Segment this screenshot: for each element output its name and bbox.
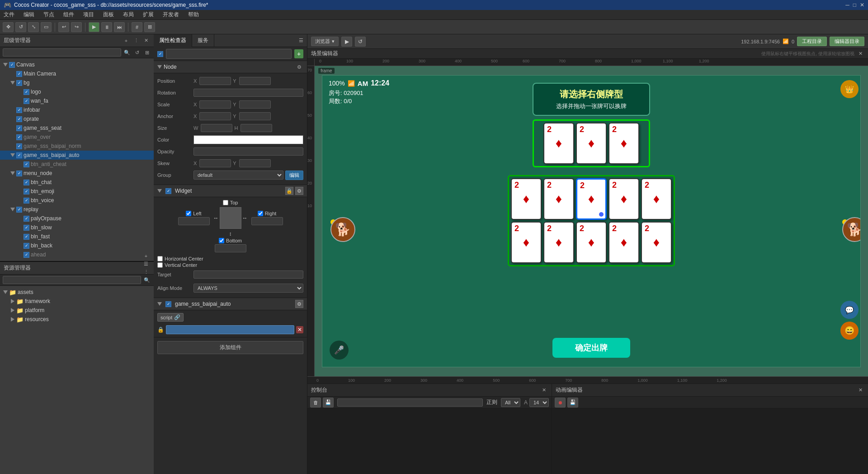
tree-item-bln-slow[interactable]: bln_slow	[0, 223, 154, 232]
btn-voice-checkbox[interactable]	[24, 198, 29, 204]
widget-vert-center-checkbox[interactable]	[157, 262, 163, 268]
game-over-checkbox[interactable]	[16, 134, 22, 140]
tb-snap-btn[interactable]: ⊞	[144, 22, 155, 32]
tb-grid-btn[interactable]: #	[132, 22, 142, 32]
oprate-checkbox[interactable]	[16, 116, 22, 122]
tree-item-bln-back[interactable]: bln_back	[0, 241, 154, 250]
tree-item-game-over[interactable]: game_over	[0, 133, 154, 142]
node-name-input[interactable]: game_sss_baipai_auto	[166, 49, 292, 59]
scale-x-input[interactable]: 1	[199, 100, 231, 109]
asset-item-framework[interactable]: 📁 framework	[0, 297, 154, 306]
widget-horiz-center-checkbox[interactable]	[157, 256, 163, 261]
game-sss-baipai-auto-checkbox[interactable]	[16, 152, 22, 158]
script-tag-link[interactable]: 🔗	[174, 314, 180, 320]
add-component-btn[interactable]: 添加组件	[157, 341, 303, 354]
card-bot-1[interactable]: 2♦	[511, 222, 542, 263]
bg-checkbox[interactable]	[16, 80, 22, 86]
card-top-3[interactable]: 2 ♦	[609, 123, 639, 164]
tb-undo-btn[interactable]: ↩	[58, 22, 69, 32]
widget-left-checkbox[interactable]	[186, 211, 191, 216]
menu-item-面板[interactable]: 面板	[101, 10, 116, 19]
replay-checkbox[interactable]	[16, 207, 22, 213]
widget-vert-center-label[interactable]: Vertical Center	[157, 262, 303, 268]
maximize-btn[interactable]: □	[853, 2, 856, 8]
widget-left-label[interactable]: Left	[186, 211, 201, 216]
game-sss-baipai-norm-checkbox[interactable]	[16, 143, 22, 149]
anchor-y-input[interactable]: 0.5	[239, 112, 271, 120]
group-edit-btn[interactable]: 编辑	[285, 171, 303, 180]
widget-bottom-checkbox[interactable]	[219, 238, 224, 243]
btn-chat-checkbox[interactable]	[24, 180, 29, 185]
asset-list-btn[interactable]: ☰	[142, 260, 150, 268]
tree-item-bg[interactable]: bg	[0, 78, 154, 87]
editor-dir-btn[interactable]: 编辑器目录	[830, 37, 864, 46]
tb-step-btn[interactable]: ⏭	[114, 22, 125, 32]
script-name-input[interactable]: game_sss_baipai_auto	[166, 325, 294, 334]
menu-item-项目[interactable]: 项目	[81, 10, 96, 19]
hierarchy-search-input[interactable]	[3, 48, 121, 57]
script-settings-btn[interactable]: ⚙	[295, 300, 303, 308]
hierarchy-add-btn[interactable]: +	[122, 37, 130, 45]
script-remove-btn[interactable]: ✕	[296, 326, 303, 333]
console-close-btn[interactable]: ✕	[540, 386, 548, 394]
btn-emoji-checkbox[interactable]	[24, 189, 29, 194]
align-mode-select[interactable]: ALWAYS	[193, 284, 303, 293]
card-mid-5[interactable]: 2♦	[641, 178, 672, 220]
position-x-input[interactable]: 0	[199, 77, 231, 85]
script-section-header[interactable]: game_sss_baipai_auto ⚙	[154, 298, 307, 310]
size-w-input[interactable]: 0	[201, 124, 232, 132]
node-section-header[interactable]: Node ⚙	[154, 61, 307, 73]
anim-close-btn[interactable]: ✕	[856, 386, 864, 394]
wan-fa-checkbox[interactable]	[24, 98, 29, 104]
expand-icon[interactable]: ⊞	[143, 48, 151, 57]
widget-horiz-center-label[interactable]: Horizontal Center	[157, 256, 303, 261]
menu-item-编辑[interactable]: 编辑	[22, 10, 36, 19]
tree-item-canvas[interactable]: Canvas	[0, 60, 154, 69]
card-bot-3[interactable]: 2♦	[576, 222, 607, 263]
tree-item-infobar[interactable]: infobar	[0, 105, 154, 114]
project-dir-btn[interactable]: 工程目录	[797, 37, 827, 46]
confirm-btn[interactable]: 确定出牌	[552, 338, 630, 358]
widget-right-checkbox[interactable]	[258, 211, 263, 216]
card-bot-5[interactable]: 2♦	[641, 222, 672, 263]
canvas-checkbox[interactable]	[9, 62, 15, 68]
tree-item-main-camera[interactable]: Main Camera	[0, 69, 154, 78]
position-y-input[interactable]: 0	[239, 77, 271, 85]
tree-item-paly-or-pause[interactable]: palyOrpause	[0, 214, 154, 223]
tb-scale-btn[interactable]: ⤡	[28, 22, 39, 32]
widget-section-header[interactable]: Widget 🔒 ⚙	[154, 185, 307, 197]
widget-top-checkbox[interactable]	[223, 200, 228, 205]
inspector-menu-btn[interactable]: ☰	[297, 37, 305, 45]
widget-left-input[interactable]: 640.00px	[178, 217, 210, 225]
menu-item-文件[interactable]: 文件	[2, 10, 16, 19]
card-top-2[interactable]: 2 ♦	[576, 123, 607, 164]
tree-item-oprate[interactable]: oprate	[0, 114, 154, 123]
menu-item-布局[interactable]: 布局	[121, 10, 136, 19]
tb-move-btn[interactable]: ✥	[3, 22, 14, 32]
play-scene-btn[interactable]: ▶	[341, 37, 352, 47]
gold-crown-btn[interactable]: 👑	[840, 80, 859, 98]
tb-pause-btn[interactable]: ⏸	[101, 22, 112, 32]
browser-btn[interactable]: 浏览器 ▾	[311, 37, 339, 46]
skew-x-input[interactable]: 0	[199, 159, 231, 167]
menu-item-帮助[interactable]: 帮助	[186, 10, 201, 19]
anim-save-btn[interactable]: 💾	[567, 398, 578, 408]
bln-slow-checkbox[interactable]	[24, 225, 29, 231]
tree-item-game-sss-baipai-norm[interactable]: game_sss_baipai_norm	[0, 142, 154, 151]
tab-property-inspector[interactable]: 属性检查器	[154, 34, 192, 47]
tree-item-btn-voice[interactable]: btn_voice	[0, 196, 154, 205]
menu-item-扩展[interactable]: 扩展	[141, 10, 156, 19]
node-active-checkbox[interactable]	[157, 51, 163, 57]
btn-anti-cheat-checkbox[interactable]	[24, 161, 29, 167]
card-bot-4[interactable]: 2♦	[609, 222, 639, 263]
widget-enabled-cb[interactable]	[165, 188, 171, 194]
asset-item-assets[interactable]: 📁 assets	[0, 288, 154, 297]
size-h-input[interactable]: 0	[241, 124, 272, 132]
menu-item-节点[interactable]: 节点	[42, 10, 56, 19]
tree-item-ahead[interactable]: ahead	[0, 250, 154, 259]
console-clear-btn[interactable]: 🗑	[310, 398, 321, 408]
tree-item-menu-node[interactable]: menu_node	[0, 169, 154, 178]
asset-item-platform[interactable]: 📁 platform	[0, 306, 154, 315]
search-icon[interactable]: 🔍	[123, 48, 131, 57]
mic-btn[interactable]: 🎤	[330, 341, 349, 360]
